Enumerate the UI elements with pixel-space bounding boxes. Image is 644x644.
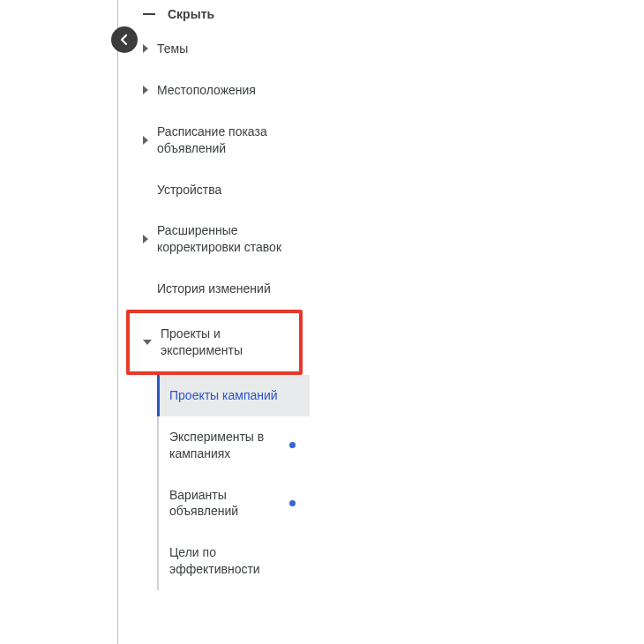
chevron-right-icon	[143, 136, 148, 145]
sub-label: Эксперименты в кампаниях	[169, 429, 282, 462]
sub-item-performance-goals[interactable]: Цели по эффективности	[159, 532, 310, 590]
sub-item-campaign-drafts[interactable]: Проекты кампаний	[159, 375, 310, 416]
hide-row[interactable]: Скрыть	[118, 0, 310, 28]
chevron-right-icon	[143, 44, 148, 53]
nav-item-change-history[interactable]: История изменений	[118, 268, 310, 310]
highlighted-nav-item: Проекты и эксперименты	[126, 310, 303, 375]
chevron-right-icon	[143, 235, 148, 243]
nav-label: Расписание показа объявлений	[157, 124, 297, 157]
minus-icon	[143, 13, 155, 15]
spacer	[143, 185, 148, 194]
status-dot	[289, 442, 296, 448]
chevron-right-icon	[143, 86, 148, 94]
nav-item-ad-schedule[interactable]: Расписание показа объявлений	[118, 111, 310, 169]
chevron-down-icon	[143, 340, 152, 345]
collapse-sidebar-button[interactable]	[111, 26, 138, 53]
nav-label: Местоположения	[157, 82, 297, 99]
nav-item-drafts-experiments[interactable]: Проекты и эксперименты	[130, 313, 299, 371]
nav-label: Проекты и эксперименты	[161, 326, 287, 359]
nav-item-bid-adjustments[interactable]: Расширенные корректировки ставок	[118, 210, 310, 268]
status-dot	[289, 500, 296, 506]
nav-label: Темы	[157, 41, 297, 57]
sub-label: Проекты кампаний	[169, 387, 282, 404]
nav-label: Устройства	[157, 182, 297, 198]
spacer	[143, 285, 148, 294]
chevron-left-icon	[118, 34, 131, 46]
sub-item-campaign-experiments[interactable]: Эксперименты в кампаниях	[159, 416, 310, 475]
drafts-experiments-sublist: Проекты кампаний Эксперименты в кампания…	[157, 375, 310, 590]
sub-item-ad-variants[interactable]: Варианты объявлений	[159, 475, 310, 533]
nav-item-devices[interactable]: Устройства	[118, 169, 310, 211]
hide-label: Скрыть	[168, 7, 214, 21]
sub-label: Варианты объявлений	[169, 487, 282, 520]
nav-item-locations[interactable]: Местоположения	[118, 70, 310, 111]
nav-label: Расширенные корректировки ставок	[157, 222, 297, 256]
sidebar-panel: Скрыть Темы Местоположения Расписание по…	[117, 0, 310, 644]
sub-label: Цели по эффективности	[169, 544, 282, 578]
nav-label: История изменений	[157, 281, 297, 297]
nav-item-themes[interactable]: Темы	[118, 28, 310, 70]
